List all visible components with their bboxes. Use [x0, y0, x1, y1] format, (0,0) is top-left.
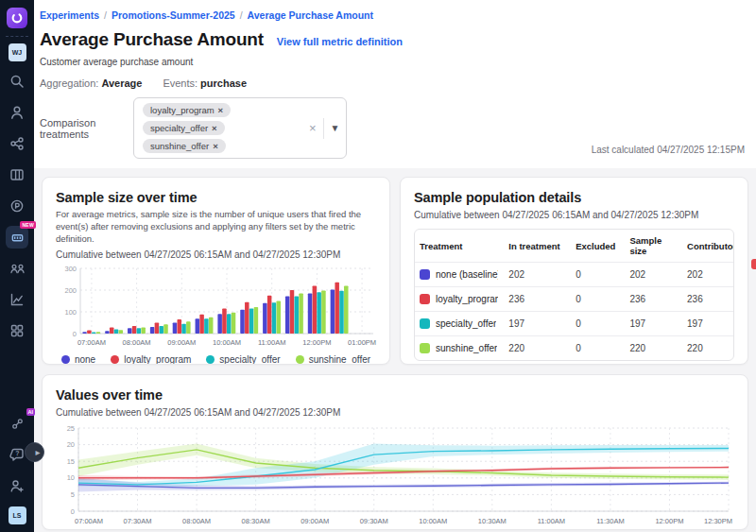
sample-size-value: 202 [625, 263, 682, 287]
sample-size-description: For average metrics, sample size is the … [56, 209, 376, 245]
feedback-tab[interactable] [751, 259, 756, 269]
treatment-pill-label: specialty_offer [150, 123, 208, 133]
svg-text:10:00AM: 10:00AM [213, 338, 241, 347]
page-title: Average Purchase Amount [40, 29, 264, 50]
excluded-value: 0 [571, 287, 625, 312]
table-row: loyalty_program 236 0 236 236 [415, 287, 733, 312]
breadcrumb-metric-name[interactable]: Average Purchase Amount [248, 9, 373, 21]
ai-badge: AI [26, 408, 36, 416]
col-contributors: Contributors [682, 230, 733, 263]
sidebar-bottom: AI ? LS [6, 403, 28, 532]
experiments-icon[interactable]: NEW [6, 226, 28, 249]
aggregation-row: Aggregation:Average Events:purchase [40, 77, 745, 89]
svg-text:?: ? [15, 450, 19, 456]
svg-text:11:30AM: 11:30AM [596, 517, 624, 525]
sidebar-divider [6, 36, 28, 37]
metrics-chart-icon[interactable] [6, 288, 28, 311]
svg-text:10:00AM: 10:00AM [419, 517, 447, 525]
events-value: purchase [200, 77, 247, 89]
remove-treatment-icon[interactable]: × [218, 105, 224, 115]
svg-text:09:00AM: 09:00AM [167, 338, 196, 347]
last-calculated-text: Last calculated 04/27/2025 12:15PM [592, 145, 745, 155]
ai-assist-icon[interactable]: AI [6, 412, 28, 435]
bar-chart-legend: none loyalty_program specialty_offer sun… [56, 354, 376, 365]
workspace-badge[interactable]: WJ [9, 43, 26, 61]
values-period: Cumulative between 04/27/2025 06:15AM an… [56, 407, 734, 418]
svg-text:10:30AM: 10:30AM [478, 517, 507, 525]
cards-area: Sample size over time For average metric… [34, 168, 756, 532]
breadcrumb-separator: / [104, 9, 107, 21]
svg-text:15: 15 [67, 457, 75, 466]
treatment-swatch [420, 269, 430, 280]
svg-text:09:00AM: 09:00AM [301, 517, 329, 525]
treatment-pill-label: loyalty_program [150, 105, 215, 115]
breadcrumb: Experiments / Promotions-Summer-2025 / A… [40, 9, 745, 21]
legend-label: none [75, 354, 95, 365]
treatment-swatch [420, 294, 430, 304]
svg-text:100: 100 [64, 308, 77, 317]
treatment-pill[interactable]: loyalty_program× [143, 103, 231, 117]
treatment-name: specialty_offer [436, 318, 496, 329]
pulse-icon[interactable] [6, 195, 28, 217]
clear-all-icon[interactable]: × [309, 121, 317, 135]
in-treatment-value: 202 [504, 263, 571, 287]
treatment-pill[interactable]: sunshine_offer× [143, 139, 226, 153]
treatment-pill[interactable]: specialty_offer× [143, 121, 225, 135]
sample-size-value: 220 [625, 336, 682, 361]
user-badge[interactable]: LS [9, 506, 26, 524]
invite-person-icon[interactable] [6, 474, 28, 497]
legend-dot [111, 355, 119, 364]
audiences-icon[interactable] [6, 257, 28, 280]
breadcrumb-experiments[interactable]: Experiments [40, 9, 99, 21]
table-row: sunshine_offer 220 0 220 220 [415, 336, 733, 361]
population-table: Treatment In treatment Excluded Sample s… [414, 229, 734, 361]
sidebar-expand-handle[interactable]: ▸ [25, 442, 44, 462]
view-metric-definition-link[interactable]: View full metric definition [277, 36, 403, 47]
select-divider [323, 118, 324, 139]
legend-dot [206, 355, 215, 364]
person-icon[interactable] [6, 101, 28, 124]
svg-text:08:30AM: 08:30AM [242, 517, 270, 525]
col-treatment: Treatment [415, 230, 504, 263]
excluded-value: 0 [571, 263, 625, 287]
sample-size-value: 236 [625, 287, 682, 312]
chevron-down-icon[interactable]: ▼ [331, 123, 340, 133]
treatments-multiselect[interactable]: loyalty_program× specialty_offer× sunshi… [133, 97, 347, 159]
svg-text:20: 20 [67, 440, 75, 449]
columns-icon[interactable] [6, 163, 28, 186]
dashboards-grid-icon[interactable] [6, 319, 28, 342]
svg-text:12:30PM: 12:30PM [704, 517, 732, 525]
search-icon[interactable] [6, 70, 28, 93]
population-details-card: Sample population details Cumulative bet… [400, 177, 748, 365]
svg-text:10: 10 [67, 473, 75, 482]
breadcrumb-experiment-name[interactable]: Promotions-Summer-2025 [112, 9, 235, 21]
svg-text:0: 0 [73, 330, 77, 338]
svg-text:200: 200 [64, 286, 77, 295]
contributors-value: 197 [682, 312, 733, 336]
sample-size-value: 197 [625, 312, 682, 336]
legend-item-none: none [61, 354, 95, 365]
aggregation-label: Aggregation: [40, 77, 98, 89]
statsig-logo[interactable] [7, 8, 27, 28]
legend-dot [61, 355, 70, 364]
population-period: Cumulative between 04/27/2025 06:15AM an… [414, 210, 734, 220]
svg-text:09:30AM: 09:30AM [360, 517, 388, 525]
values-over-time-card: Values over time Cumulative between 04/2… [42, 374, 748, 530]
excluded-value: 0 [571, 336, 625, 361]
svg-text:07:30AM: 07:30AM [124, 517, 152, 525]
treatment-name: none (baseline) [436, 269, 498, 280]
share-nodes-icon[interactable] [6, 132, 28, 155]
in-treatment-value: 236 [504, 287, 571, 312]
logo-swirl-icon [10, 11, 24, 25]
remove-treatment-icon[interactable]: × [213, 141, 218, 151]
contributors-value: 202 [682, 263, 733, 287]
svg-text:12:00PM: 12:00PM [302, 338, 331, 347]
table-header-row: Treatment In treatment Excluded Sample s… [415, 230, 733, 263]
table-row: specialty_offer 197 0 197 197 [415, 312, 733, 336]
main-content: Experiments / Promotions-Summer-2025 / A… [34, 0, 756, 532]
svg-text:01:00PM: 01:00PM [348, 338, 376, 347]
breadcrumb-separator: / [240, 9, 243, 21]
sample-size-period: Cumulative between 04/27/2025 06:15AM an… [56, 249, 376, 260]
remove-treatment-icon[interactable]: × [212, 123, 217, 133]
col-sample-size: Sample size [625, 230, 682, 263]
